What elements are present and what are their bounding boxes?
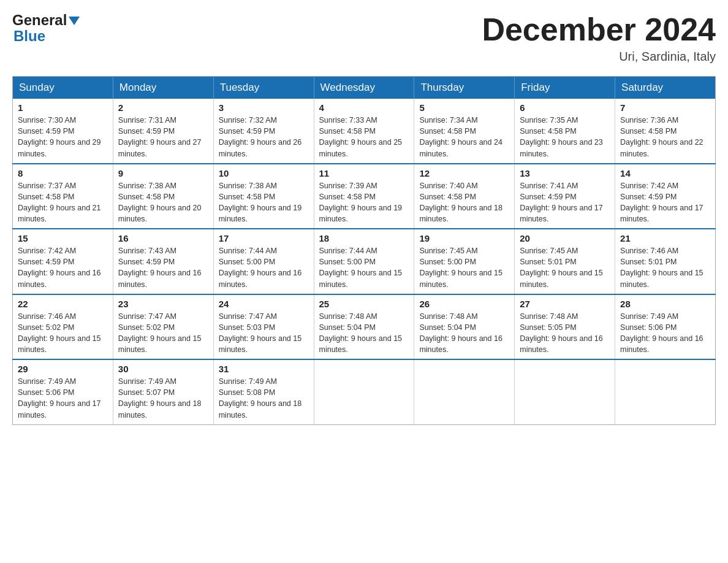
logo: General Blue	[12, 12, 80, 45]
calendar-cell: 15 Sunrise: 7:42 AMSunset: 4:59 PMDaylig…	[13, 229, 113, 294]
day-number: 2	[118, 102, 208, 113]
day-info: Sunrise: 7:32 AMSunset: 4:59 PMDaylight:…	[219, 116, 302, 158]
day-number: 22	[18, 299, 108, 309]
day-number: 1	[18, 102, 108, 113]
day-number: 31	[219, 364, 309, 374]
day-info: Sunrise: 7:46 AMSunset: 5:01 PMDaylight:…	[620, 247, 703, 288]
calendar-cell: 5 Sunrise: 7:34 AMSunset: 4:58 PMDayligh…	[414, 99, 515, 164]
page-header: General Blue December 2024 Uri, Sardinia…	[12, 12, 716, 64]
day-info: Sunrise: 7:47 AMSunset: 5:03 PMDaylight:…	[219, 312, 302, 354]
logo-general-text: General	[12, 12, 67, 28]
day-info: Sunrise: 7:49 AMSunset: 5:08 PMDaylight:…	[219, 377, 302, 419]
calendar-cell: 19 Sunrise: 7:45 AMSunset: 5:00 PMDaylig…	[414, 229, 515, 294]
day-number: 28	[620, 299, 710, 309]
calendar-cell: 12 Sunrise: 7:40 AMSunset: 4:58 PMDaylig…	[414, 164, 515, 229]
day-info: Sunrise: 7:39 AMSunset: 4:58 PMDaylight:…	[319, 182, 403, 223]
day-number: 25	[319, 299, 409, 309]
calendar-week-row: 15 Sunrise: 7:42 AMSunset: 4:59 PMDaylig…	[13, 229, 716, 294]
col-header-thursday: Thursday	[414, 77, 515, 99]
day-number: 20	[520, 233, 610, 243]
title-block: December 2024 Uri, Sardinia, Italy	[482, 12, 716, 64]
day-info: Sunrise: 7:49 AMSunset: 5:06 PMDaylight:…	[18, 377, 101, 419]
calendar-cell: 18 Sunrise: 7:44 AMSunset: 5:00 PMDaylig…	[314, 229, 414, 294]
day-number: 14	[620, 168, 710, 178]
calendar-cell: 16 Sunrise: 7:43 AMSunset: 4:59 PMDaylig…	[113, 229, 213, 294]
day-number: 10	[219, 168, 309, 178]
calendar-cell	[615, 359, 716, 424]
day-info: Sunrise: 7:40 AMSunset: 4:58 PMDaylight:…	[419, 182, 502, 223]
col-header-sunday: Sunday	[13, 77, 113, 99]
calendar-cell: 20 Sunrise: 7:45 AMSunset: 5:01 PMDaylig…	[515, 229, 615, 294]
calendar-cell: 3 Sunrise: 7:32 AMSunset: 4:59 PMDayligh…	[213, 99, 314, 164]
calendar-cell: 24 Sunrise: 7:47 AMSunset: 5:03 PMDaylig…	[213, 294, 314, 360]
calendar-cell: 14 Sunrise: 7:42 AMSunset: 4:59 PMDaylig…	[615, 164, 716, 229]
day-number: 3	[219, 102, 309, 113]
day-info: Sunrise: 7:49 AMSunset: 5:06 PMDaylight:…	[620, 312, 703, 354]
calendar-week-row: 1 Sunrise: 7:30 AMSunset: 4:59 PMDayligh…	[13, 99, 716, 164]
calendar-cell: 17 Sunrise: 7:44 AMSunset: 5:00 PMDaylig…	[213, 229, 314, 294]
col-header-tuesday: Tuesday	[213, 77, 314, 99]
day-number: 23	[118, 299, 208, 309]
calendar-week-row: 22 Sunrise: 7:46 AMSunset: 5:02 PMDaylig…	[13, 294, 716, 360]
day-info: Sunrise: 7:47 AMSunset: 5:02 PMDaylight:…	[118, 312, 202, 354]
day-number: 11	[319, 168, 409, 178]
calendar-cell: 1 Sunrise: 7:30 AMSunset: 4:59 PMDayligh…	[13, 99, 113, 164]
day-number: 18	[319, 233, 409, 243]
calendar-cell	[314, 359, 414, 424]
day-number: 30	[118, 364, 208, 374]
calendar-cell: 9 Sunrise: 7:38 AMSunset: 4:58 PMDayligh…	[113, 164, 213, 229]
col-header-friday: Friday	[515, 77, 615, 99]
calendar-cell: 8 Sunrise: 7:37 AMSunset: 4:58 PMDayligh…	[13, 164, 113, 229]
calendar-cell: 2 Sunrise: 7:31 AMSunset: 4:59 PMDayligh…	[113, 99, 213, 164]
calendar-cell	[515, 359, 615, 424]
day-number: 24	[219, 299, 309, 309]
day-info: Sunrise: 7:37 AMSunset: 4:58 PMDaylight:…	[18, 182, 101, 223]
day-info: Sunrise: 7:45 AMSunset: 5:01 PMDaylight:…	[520, 247, 603, 288]
calendar-cell: 23 Sunrise: 7:47 AMSunset: 5:02 PMDaylig…	[113, 294, 213, 360]
day-info: Sunrise: 7:35 AMSunset: 4:58 PMDaylight:…	[520, 116, 603, 158]
day-number: 26	[419, 299, 509, 309]
month-title: December 2024	[482, 12, 716, 47]
logo-blue-text: Blue	[13, 28, 80, 44]
day-number: 8	[18, 168, 108, 178]
calendar-cell	[414, 359, 515, 424]
day-info: Sunrise: 7:46 AMSunset: 5:02 PMDaylight:…	[18, 312, 101, 354]
day-info: Sunrise: 7:45 AMSunset: 5:00 PMDaylight:…	[419, 247, 502, 288]
day-number: 17	[219, 233, 309, 243]
day-info: Sunrise: 7:38 AMSunset: 4:58 PMDaylight:…	[118, 182, 202, 223]
day-info: Sunrise: 7:33 AMSunset: 4:58 PMDaylight:…	[319, 116, 403, 158]
day-number: 9	[118, 168, 208, 178]
calendar-cell: 11 Sunrise: 7:39 AMSunset: 4:58 PMDaylig…	[314, 164, 414, 229]
day-number: 15	[18, 233, 108, 243]
day-number: 7	[620, 102, 710, 113]
day-number: 4	[319, 102, 409, 113]
calendar-cell: 22 Sunrise: 7:46 AMSunset: 5:02 PMDaylig…	[13, 294, 113, 360]
calendar-week-row: 8 Sunrise: 7:37 AMSunset: 4:58 PMDayligh…	[13, 164, 716, 229]
day-info: Sunrise: 7:42 AMSunset: 4:59 PMDaylight:…	[18, 247, 101, 288]
day-info: Sunrise: 7:34 AMSunset: 4:58 PMDaylight:…	[419, 116, 502, 158]
day-info: Sunrise: 7:38 AMSunset: 4:58 PMDaylight:…	[219, 182, 302, 223]
calendar-cell: 6 Sunrise: 7:35 AMSunset: 4:58 PMDayligh…	[515, 99, 615, 164]
calendar-cell: 30 Sunrise: 7:49 AMSunset: 5:07 PMDaylig…	[113, 359, 213, 424]
day-info: Sunrise: 7:49 AMSunset: 5:07 PMDaylight:…	[118, 377, 202, 419]
day-number: 29	[18, 364, 108, 374]
calendar-cell: 21 Sunrise: 7:46 AMSunset: 5:01 PMDaylig…	[615, 229, 716, 294]
col-header-saturday: Saturday	[615, 77, 716, 99]
day-number: 16	[118, 233, 208, 243]
location-label: Uri, Sardinia, Italy	[482, 50, 716, 64]
calendar-cell: 29 Sunrise: 7:49 AMSunset: 5:06 PMDaylig…	[13, 359, 113, 424]
calendar-table: SundayMondayTuesdayWednesdayThursdayFrid…	[12, 76, 716, 425]
calendar-cell: 28 Sunrise: 7:49 AMSunset: 5:06 PMDaylig…	[615, 294, 716, 360]
calendar-week-row: 29 Sunrise: 7:49 AMSunset: 5:06 PMDaylig…	[13, 359, 716, 424]
day-info: Sunrise: 7:48 AMSunset: 5:05 PMDaylight:…	[520, 312, 603, 354]
logo-triangle-icon	[69, 17, 80, 25]
calendar-header-row: SundayMondayTuesdayWednesdayThursdayFrid…	[13, 77, 716, 99]
col-header-monday: Monday	[113, 77, 213, 99]
calendar-cell: 13 Sunrise: 7:41 AMSunset: 4:59 PMDaylig…	[515, 164, 615, 229]
day-info: Sunrise: 7:36 AMSunset: 4:58 PMDaylight:…	[620, 116, 703, 158]
day-number: 5	[419, 102, 509, 113]
svg-marker-0	[69, 17, 80, 25]
day-info: Sunrise: 7:30 AMSunset: 4:59 PMDaylight:…	[18, 116, 101, 158]
day-info: Sunrise: 7:41 AMSunset: 4:59 PMDaylight:…	[520, 182, 603, 223]
day-number: 19	[419, 233, 509, 243]
